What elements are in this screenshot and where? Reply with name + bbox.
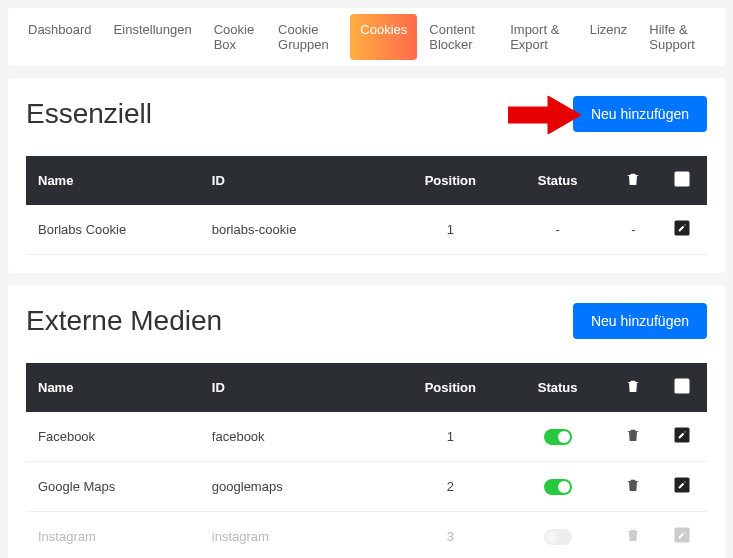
th-position: Position: [394, 363, 506, 412]
cell-delete[interactable]: [609, 462, 658, 512]
status-toggle[interactable]: [544, 429, 572, 445]
th-status: Status: [507, 156, 609, 205]
table-row: Borlabs Cookie borlabs-cookie 1 - -: [26, 205, 707, 255]
svg-marker-1: [508, 96, 581, 134]
table-row: Google Maps googlemaps 2: [26, 462, 707, 512]
th-delete: [609, 363, 658, 412]
th-position: Position: [394, 156, 506, 205]
table-row: Facebook facebook 1: [26, 412, 707, 462]
cell-id: borlabs-cookie: [200, 205, 394, 255]
section-title-externe-medien: Externe Medien: [26, 305, 222, 337]
cell-status: [507, 462, 609, 512]
status-toggle[interactable]: [544, 529, 572, 545]
cell-status: [507, 412, 609, 462]
cell-name: Google Maps: [26, 462, 200, 512]
trash-icon: [625, 171, 641, 187]
cell-edit[interactable]: [658, 512, 707, 559]
cell-name: Instagram: [26, 512, 200, 559]
add-button-externe-medien[interactable]: Neu hinzufügen: [573, 303, 707, 339]
cell-position: 1: [394, 412, 506, 462]
section-title-essenziell: Essenziell: [26, 98, 152, 130]
nav-item-cookie-gruppen[interactable]: Cookie Gruppen: [268, 14, 348, 60]
th-id: ID: [200, 156, 394, 205]
top-nav: Dashboard Einstellungen Cookie Box Cooki…: [8, 8, 725, 66]
trash-icon: [625, 427, 641, 443]
cell-id: googlemaps: [200, 462, 394, 512]
nav-item-hilfe-support[interactable]: Hilfe & Support: [639, 14, 715, 60]
status-toggle[interactable]: [544, 479, 572, 495]
cell-id: facebook: [200, 412, 394, 462]
trash-icon: [625, 527, 641, 543]
nav-item-dashboard[interactable]: Dashboard: [18, 14, 102, 60]
edit-icon: [673, 170, 691, 188]
nav-item-cookie-box[interactable]: Cookie Box: [204, 14, 266, 60]
nav-item-cookies[interactable]: Cookies: [350, 14, 417, 60]
th-id: ID: [200, 363, 394, 412]
nav-item-lizenz[interactable]: Lizenz: [580, 14, 638, 60]
th-edit: [658, 156, 707, 205]
edit-icon: [673, 526, 691, 544]
panel-externe-medien: Externe Medien Neu hinzufügen Name ID Po…: [8, 285, 725, 558]
th-edit: [658, 363, 707, 412]
add-button-essenziell[interactable]: Neu hinzufügen: [573, 96, 707, 132]
cell-position: 3: [394, 512, 506, 559]
panel-essenziell: Essenziell Neu hinzufügen Name ID Positi…: [8, 78, 725, 273]
th-name: Name: [26, 156, 200, 205]
cell-name: Facebook: [26, 412, 200, 462]
edit-icon: [673, 426, 691, 444]
cell-delete: -: [609, 205, 658, 255]
nav-item-import-export[interactable]: Import & Export: [500, 14, 578, 60]
nav-item-einstellungen[interactable]: Einstellungen: [104, 14, 202, 60]
edit-icon: [673, 219, 691, 237]
th-delete: [609, 156, 658, 205]
th-name: Name: [26, 363, 200, 412]
nav-item-content-blocker[interactable]: Content Blocker: [419, 14, 498, 60]
cell-status: [507, 512, 609, 559]
table-row: Instagram instagram 3: [26, 512, 707, 559]
cell-delete[interactable]: [609, 412, 658, 462]
cell-id: instagram: [200, 512, 394, 559]
th-status: Status: [507, 363, 609, 412]
cell-status: -: [507, 205, 609, 255]
edit-icon: [673, 476, 691, 494]
trash-icon: [625, 378, 641, 394]
cell-position: 1: [394, 205, 506, 255]
cell-edit[interactable]: [658, 412, 707, 462]
cell-delete[interactable]: [609, 512, 658, 559]
cell-edit[interactable]: [658, 205, 707, 255]
cell-edit[interactable]: [658, 462, 707, 512]
table-essenziell: Name ID Position Status Borlabs Cookie b…: [26, 156, 707, 255]
pointer-arrow: [508, 94, 583, 139]
trash-icon: [625, 477, 641, 493]
cell-name: Borlabs Cookie: [26, 205, 200, 255]
cell-position: 2: [394, 462, 506, 512]
table-externe-medien: Name ID Position Status Facebook faceboo…: [26, 363, 707, 558]
edit-icon: [673, 377, 691, 395]
